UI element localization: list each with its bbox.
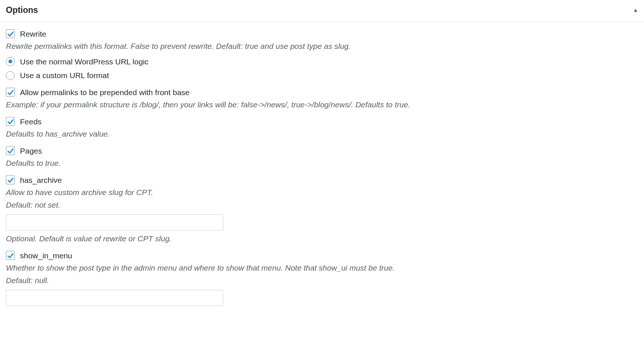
url-logic-normal-radio[interactable] xyxy=(6,57,15,66)
has-archive-input[interactable] xyxy=(6,214,223,231)
field-feeds: Feeds Defaults to has_archive value. xyxy=(6,116,638,140)
rewrite-label[interactable]: Rewrite xyxy=(20,28,46,40)
field-show-in-menu: show_in_menu Whether to show the post ty… xyxy=(6,250,638,306)
feeds-checkbox[interactable] xyxy=(6,117,15,126)
url-logic-custom-radio[interactable] xyxy=(6,71,15,80)
field-pages: Pages Defaults to true. xyxy=(6,145,638,169)
front-base-desc: Example: if your permalink structure is … xyxy=(6,99,638,111)
rewrite-desc: Rewrite permalinks with this format. Fal… xyxy=(6,40,638,52)
url-logic-radio-group: Use the normal WordPress URL logic Use a… xyxy=(6,56,638,81)
panel-title: Options xyxy=(6,4,38,17)
field-front-base: Allow permalinks to be prepended with fr… xyxy=(6,87,638,111)
has-archive-label[interactable]: has_archive xyxy=(20,174,62,186)
has-archive-input-desc: Optional. Default is value of rewrite or… xyxy=(6,233,638,245)
field-has-archive: has_archive Allow to have custom archive… xyxy=(6,174,638,245)
feeds-desc: Defaults to has_archive value. xyxy=(6,128,638,140)
show-in-menu-desc1: Whether to show the post type in the adm… xyxy=(6,262,638,274)
has-archive-desc2: Default: not set. xyxy=(6,199,638,211)
url-logic-custom-label[interactable]: Use a custom URL format xyxy=(20,70,109,81)
url-logic-normal-label[interactable]: Use the normal WordPress URL logic xyxy=(20,56,149,68)
show-in-menu-desc2: Default: null. xyxy=(6,275,638,286)
front-base-label[interactable]: Allow permalinks to be prepended with fr… xyxy=(20,87,190,98)
show-in-menu-label[interactable]: show_in_menu xyxy=(20,250,72,262)
panel-body: Rewrite Rewrite permalinks with this for… xyxy=(0,22,644,314)
pages-checkbox[interactable] xyxy=(6,146,15,155)
feeds-label[interactable]: Feeds xyxy=(20,116,41,128)
collapse-toggle-icon[interactable]: ▲ xyxy=(633,7,638,13)
has-archive-checkbox[interactable] xyxy=(6,175,15,184)
options-panel: Options ▲ Rewrite Rewrite permalinks wit… xyxy=(0,0,644,313)
pages-label[interactable]: Pages xyxy=(20,145,42,157)
show-in-menu-checkbox[interactable] xyxy=(6,251,15,260)
field-rewrite: Rewrite Rewrite permalinks with this for… xyxy=(6,28,638,81)
front-base-checkbox[interactable] xyxy=(6,88,15,97)
panel-header: Options ▲ xyxy=(0,0,644,22)
has-archive-desc1: Allow to have custom archive slug for CP… xyxy=(6,187,638,198)
rewrite-checkbox[interactable] xyxy=(6,29,15,38)
show-in-menu-input[interactable] xyxy=(6,290,223,306)
pages-desc: Defaults to true. xyxy=(6,157,638,169)
